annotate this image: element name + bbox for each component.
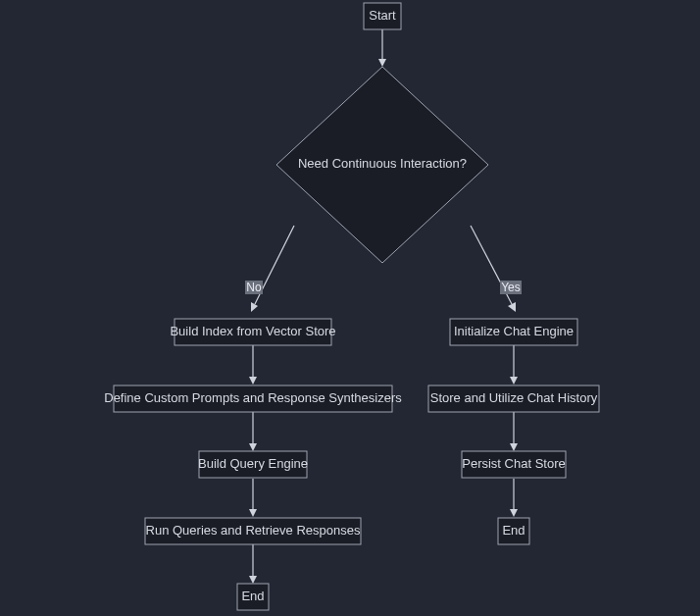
edge-no-4	[249, 544, 257, 584]
node-init-chat-label: Initialize Chat Engine	[454, 324, 574, 338]
node-start: Start	[364, 3, 401, 29]
edge-label-yes-text: Yes	[501, 281, 521, 294]
node-decision-label: Need Continuous Interaction?	[298, 156, 467, 171]
node-decision: Need Continuous Interaction?	[276, 67, 488, 263]
edge-decision-to-no	[251, 226, 294, 312]
edge-label-no-text: No	[246, 281, 262, 294]
node-end-left-label: End	[241, 589, 264, 603]
edge-no-2	[249, 412, 257, 451]
edge-label-no: No	[245, 281, 263, 294]
node-define-prompts-label: Define Custom Prompts and Response Synth…	[104, 390, 402, 405]
svg-marker-1	[378, 59, 386, 67]
svg-marker-17	[510, 443, 518, 451]
svg-marker-15	[510, 377, 518, 385]
svg-marker-2	[251, 302, 258, 312]
edge-no-1	[249, 345, 257, 385]
node-persist-label: Persist Chat Store	[462, 456, 566, 471]
flowchart-canvas: No Yes Start	[0, 0, 700, 616]
edge-decision-to-yes	[471, 226, 516, 312]
edge-start-to-decision	[378, 29, 386, 67]
svg-marker-9	[249, 443, 257, 451]
node-end-left: End	[237, 584, 269, 610]
node-build-query-label: Build Query Engine	[198, 456, 308, 471]
node-store-history-label: Store and Utilize Chat History	[430, 390, 598, 405]
node-end-right: End	[498, 518, 529, 544]
node-start-label: Start	[369, 8, 396, 23]
node-build-query: Build Query Engine	[198, 451, 308, 478]
edge-yes-2	[510, 412, 518, 451]
node-run-queries: Run Queries and Retrieve Responses	[145, 518, 361, 544]
edge-label-yes: Yes	[500, 281, 522, 294]
node-run-queries-label: Run Queries and Retrieve Responses	[146, 523, 361, 538]
node-end-right-label: End	[502, 523, 525, 538]
edge-yes-3	[510, 479, 518, 517]
svg-marker-19	[510, 509, 518, 517]
node-persist: Persist Chat Store	[462, 451, 566, 478]
edge-yes-1	[510, 345, 518, 385]
edge-no-3	[249, 479, 257, 517]
svg-marker-13	[249, 576, 257, 584]
svg-marker-11	[249, 509, 257, 517]
node-init-chat: Initialize Chat Engine	[450, 319, 577, 345]
node-define-prompts: Define Custom Prompts and Response Synth…	[104, 385, 402, 412]
node-store-history: Store and Utilize Chat History	[428, 385, 599, 412]
node-build-index: Build Index from Vector Store	[170, 319, 335, 345]
svg-marker-7	[249, 377, 257, 385]
node-build-index-label: Build Index from Vector Store	[170, 324, 335, 338]
